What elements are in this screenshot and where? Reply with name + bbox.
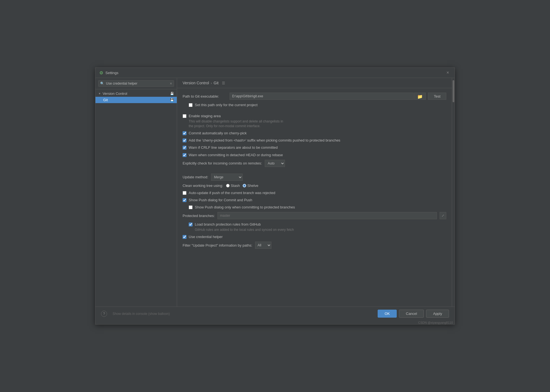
use-credential-checkbox[interactable] xyxy=(183,235,186,239)
content-area: Version Control › Git ☰ Path to Git exec… xyxy=(177,78,452,307)
stash-radio[interactable] xyxy=(226,184,230,187)
breadcrumb-parent: Version Control xyxy=(183,81,209,85)
protected-branches-row: Protected branches: ⤢ xyxy=(183,212,446,219)
warn-detached-checkbox[interactable] xyxy=(183,153,186,157)
path-row: Path to Git executable: 📁 Test xyxy=(183,93,446,100)
filter-select[interactable]: All None xyxy=(255,242,271,249)
use-credential-label[interactable]: Use credential helper xyxy=(189,234,223,239)
protected-expand-button[interactable]: ⤢ xyxy=(440,212,446,219)
breadcrumb-separator: › xyxy=(211,81,212,85)
shelve-label: Shelve xyxy=(247,184,258,188)
content-scrollbar[interactable] xyxy=(452,78,455,307)
enable-staging-checkbox[interactable] xyxy=(183,114,186,118)
warn-crlf-label[interactable]: Warn if CRLF line separators are about t… xyxy=(189,145,278,150)
shelve-radio[interactable] xyxy=(243,184,246,187)
dialog-body: 🔍 × ▼ Version Control 💾 Git 💾 xyxy=(95,78,455,307)
expand-icon: ▼ xyxy=(98,92,101,95)
search-clear-button[interactable]: × xyxy=(170,81,172,86)
search-input-wrapper: 🔍 × xyxy=(98,80,174,87)
enable-staging-row: Enable staging area This will disable ch… xyxy=(183,114,446,129)
search-icon: 🔍 xyxy=(100,82,104,85)
set-path-checkbox[interactable] xyxy=(189,103,193,107)
show-push-dialog-label[interactable]: Show Push dialog for Commit and Push xyxy=(189,198,252,203)
load-branch-rules-label[interactable]: Load branch protection rules from GitHub xyxy=(195,222,261,226)
search-input[interactable] xyxy=(106,82,168,85)
show-push-dialog-checkbox[interactable] xyxy=(183,198,186,202)
cancel-button[interactable]: Cancel xyxy=(399,310,424,318)
stash-label: Stash xyxy=(231,184,240,188)
commit-cherry-pick-label[interactable]: Commit automatically on cherry-pick xyxy=(189,131,247,136)
save-icon: 💾 xyxy=(170,92,174,95)
show-push-protected-row: Show Push dialog only when committing to… xyxy=(189,205,446,210)
path-browse-button[interactable]: 📁 xyxy=(414,93,426,100)
auto-update-label[interactable]: Auto-update if push of the current branc… xyxy=(189,190,275,195)
path-input[interactable] xyxy=(230,93,414,100)
sidebar-item-version-control[interactable]: ▼ Version Control 💾 xyxy=(95,90,177,97)
check-incoming-label: Explicitly check for incoming commits on… xyxy=(183,161,262,165)
warn-detached-row: Warn when committing in detached HEAD or… xyxy=(183,153,446,158)
update-method-row: Update method: Merge Rebase Branch Defau… xyxy=(183,174,446,181)
dialog-footer: ? Show details in console (show balloon)… xyxy=(95,307,455,320)
update-method-label: Update method: xyxy=(183,175,208,179)
cherry-picked-suffix-checkbox[interactable] xyxy=(183,138,186,142)
enable-staging-content: Enable staging area This will disable ch… xyxy=(189,114,283,129)
sidebar-item-git-label: Git xyxy=(103,98,108,102)
title-bar: ⚙ Settings × xyxy=(95,68,455,78)
footer-left: ? xyxy=(101,311,107,317)
help-button[interactable]: ? xyxy=(101,311,107,317)
filter-row: Filter "Update Project" information by p… xyxy=(183,242,446,249)
commit-cherry-pick-checkbox[interactable] xyxy=(183,131,186,135)
content-body: Path to Git executable: 📁 Test Set this … xyxy=(177,88,452,307)
clean-shelve-option[interactable]: Shelve xyxy=(243,184,258,188)
content-header: Version Control › Git ☰ xyxy=(177,78,452,88)
sidebar-item-version-control-label: Version Control xyxy=(103,92,127,96)
warn-detached-label[interactable]: Warn when committing in detached HEAD or… xyxy=(189,153,283,158)
enable-staging-desc: This will disable changelists support an… xyxy=(189,119,283,129)
clean-stash-option[interactable]: Stash xyxy=(226,184,240,188)
load-branch-rules-desc: GitHub rules are added to the local rule… xyxy=(195,228,294,232)
apply-button[interactable]: Apply xyxy=(426,310,449,318)
settings-dialog: ⚙ Settings × 🔍 × ▼ Version Control xyxy=(95,67,455,325)
auto-update-row: Auto-update if push of the current branc… xyxy=(183,190,446,195)
watermark: CSDN @xiyangyang8110 xyxy=(418,320,455,324)
sidebar-tree: ▼ Version Control 💾 Git 💾 xyxy=(95,89,177,307)
clean-working-row: Clean working tree using: Stash Shelve xyxy=(183,184,446,188)
path-label: Path to Git executable: xyxy=(183,94,227,98)
title-bar-left: ⚙ Settings xyxy=(99,70,118,75)
set-path-label[interactable]: Set this path only for the current proje… xyxy=(195,103,258,108)
cherry-picked-suffix-label[interactable]: Add the 'cherry-picked from <hash>' suff… xyxy=(189,138,340,143)
breadcrumb-icon: ☰ xyxy=(222,81,225,85)
warn-crlf-checkbox[interactable] xyxy=(183,146,186,150)
search-bar: 🔍 × xyxy=(95,78,177,89)
auto-update-checkbox[interactable] xyxy=(183,191,186,195)
load-branch-rules-checkbox[interactable] xyxy=(189,223,193,226)
commit-cherry-pick-row: Commit automatically on cherry-pick xyxy=(183,131,446,136)
clean-working-label: Clean working tree using: xyxy=(183,184,223,188)
status-text: Show details in console (show balloon) xyxy=(113,312,170,316)
set-path-row: Set this path only for the current proje… xyxy=(189,103,446,108)
use-credential-row: Use credential helper xyxy=(183,234,446,239)
show-push-protected-checkbox[interactable] xyxy=(189,205,193,209)
protected-branches-input[interactable] xyxy=(217,212,437,219)
load-branch-rules-row: Load branch protection rules from GitHub… xyxy=(189,222,446,232)
enable-staging-label[interactable]: Enable staging area xyxy=(189,114,221,118)
update-method-select[interactable]: Merge Rebase Branch Default xyxy=(211,174,243,181)
protected-branches-label: Protected branches: xyxy=(183,214,215,218)
check-incoming-select[interactable]: Auto Always Never xyxy=(265,160,285,167)
warn-crlf-row: Warn if CRLF line separators are about t… xyxy=(183,145,446,150)
sidebar: 🔍 × ▼ Version Control 💾 Git 💾 xyxy=(95,78,177,307)
filter-label: Filter "Update Project" information by p… xyxy=(183,243,252,247)
sidebar-item-git[interactable]: Git 💾 xyxy=(95,97,177,103)
load-branch-rules-content: Load branch protection rules from GitHub… xyxy=(195,222,294,232)
cherry-picked-suffix-row: Add the 'cherry-picked from <hash>' suff… xyxy=(183,138,446,143)
content-scrollbar-thumb xyxy=(453,80,454,102)
watermark-text: CSDN @xiyangyang8110 xyxy=(418,321,453,324)
breadcrumb-child: Git xyxy=(214,81,219,85)
ok-button[interactable]: OK xyxy=(378,310,397,318)
close-button[interactable]: × xyxy=(445,70,451,75)
show-push-row: Show Push dialog for Commit and Push xyxy=(183,198,446,203)
git-save-icon: 💾 xyxy=(170,98,174,102)
test-button[interactable]: Test xyxy=(428,93,446,100)
show-push-protected-label[interactable]: Show Push dialog only when committing to… xyxy=(195,205,295,210)
dialog-title: Settings xyxy=(105,71,118,75)
